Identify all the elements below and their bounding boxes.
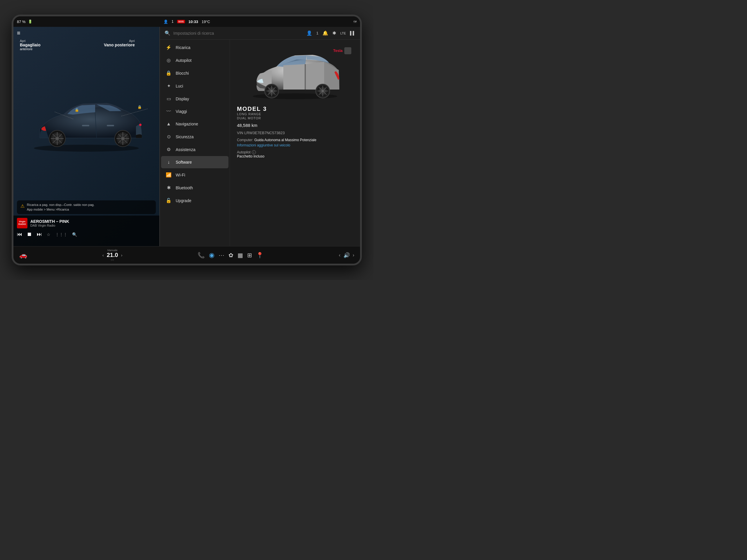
upgrade-label: Upgrade [176, 198, 191, 203]
menu-item-bluetooth[interactable]: ✱ Bluetooth [161, 181, 229, 194]
svg-text:🔓: 🔓 [75, 108, 79, 112]
assistenza-label: Assistenza [176, 147, 196, 152]
tesla-brand-logo: Tesla [333, 48, 342, 53]
vehicle-info-link[interactable]: Informazioni aggiuntive sul veicolo [237, 143, 353, 147]
vehicle-info-panel: Tesla MODEL 3 LONG RANGE DUAL MOTOR 48,5… [230, 40, 360, 246]
menu-item-wifi[interactable]: 📶 Wi-Fi [161, 168, 229, 181]
more-bottom-icon[interactable]: ⋯ [218, 252, 224, 259]
navigazione-label: Navigazione [176, 122, 198, 126]
autopilot-section-label: Autopilot [237, 150, 251, 154]
signal-header-icon: ▌▌ [350, 31, 355, 35]
annotation-bagagliaio[interactable]: Apri Bagagliaio anteriore [20, 39, 41, 51]
settings-search-input[interactable] [173, 31, 304, 35]
autopilot-icon: ◎ [166, 57, 172, 63]
menu-item-display[interactable]: ▭ Display [161, 92, 229, 105]
menu-item-software[interactable]: ↓ Software [161, 156, 229, 168]
volume-increase-button[interactable]: › [353, 252, 354, 258]
upgrade-icon: 🔓 [166, 198, 172, 203]
luci-icon: ✦ [166, 83, 172, 89]
autopilot-package-value: Pacchetto incluso [237, 154, 353, 158]
luci-label: Luci [176, 84, 183, 88]
bottom-bar: 🚗 ‹ Manuale 21.0 ○○ › 📞 ◉ ⋯ ✿ ▦ ⊞ 📍 ‹ 🔊 … [14, 246, 360, 264]
annotation-vano[interactable]: Apri Vano posteriore [104, 39, 135, 47]
volume-decrease-button[interactable]: ‹ [339, 252, 340, 258]
grid2-bottom-icon[interactable]: ⊞ [247, 252, 252, 259]
hvac-icons: ○○ [107, 259, 118, 261]
person-icon: 👤 [163, 20, 168, 24]
sicurezza-label: Sicurezza [176, 134, 194, 139]
vehicle-computer-label: Computer: Guida Autonoma al Massimo Pote… [237, 138, 353, 142]
bottom-right: ‹ 🔊 › [339, 252, 354, 259]
phone-bottom-icon[interactable]: 📞 [198, 252, 205, 259]
svg-rect-29 [305, 64, 306, 89]
computer-label-text: Computer: [237, 138, 253, 142]
temp-increase-button[interactable]: › [121, 253, 123, 258]
menu-item-ricarica[interactable]: ⚡ Ricarica [161, 41, 229, 54]
grid1-bottom-icon[interactable]: ▦ [237, 252, 243, 259]
person-count-header: 1 [316, 31, 318, 35]
svg-rect-3 [107, 125, 114, 126]
status-bar-right: 🗺 [353, 19, 357, 24]
menu-item-viaggi[interactable]: 〰 Viaggi [161, 105, 229, 117]
lte-header-icon: LTE [340, 31, 346, 35]
battery-percentage: 87 % [17, 20, 26, 24]
temperature-display: 19°C [202, 20, 210, 24]
time-display: 10:33 [188, 20, 198, 24]
menu-icon[interactable]: ≡ [17, 30, 20, 36]
menu-item-luci[interactable]: ✦ Luci [161, 80, 229, 92]
viaggi-icon: 〰 [166, 109, 172, 114]
warning-text: Ricarica a pag. non disp.–Contr. saldo n… [27, 203, 95, 212]
media-bottom-icon[interactable]: ◉ [209, 251, 214, 259]
blocchi-label: Blocchi [176, 71, 189, 76]
fan-bottom-icon[interactable]: ✿ [229, 252, 233, 259]
vin-label: VIN [237, 131, 243, 135]
vehicle-subtitle2: DUAL MOTOR [237, 116, 353, 120]
left-panel-top: ≡ [17, 30, 20, 36]
temp-decrease-button[interactable]: ‹ [102, 253, 104, 258]
favorite-button[interactable]: ☆ [47, 232, 50, 237]
equalizer-button[interactable]: ⋮⋮⋮ [55, 232, 68, 237]
charge-warning: ⚠ Ricarica a pag. non disp.–Contr. saldo… [17, 201, 156, 214]
maps-bottom-icon[interactable]: 📍 [256, 252, 263, 259]
map-icon: 🗺 [353, 20, 357, 24]
next-button[interactable]: ⏭ [37, 231, 42, 237]
temp-value: 21.0 [107, 252, 118, 259]
warning-line2: App mobile > Menu >Ricarica [27, 207, 95, 212]
menu-item-sicurezza[interactable]: ⊙ Sicurezza [161, 130, 229, 143]
vehicle-image-area: Tesla [236, 44, 354, 103]
prev-button[interactable]: ⏮ [17, 231, 22, 237]
menu-item-assistenza[interactable]: ⚙ Assistenza [161, 143, 229, 156]
vano-title: Vano posteriore [104, 43, 135, 47]
car-bottom-icon[interactable]: 🚗 [19, 251, 27, 259]
bluetooth-header-icon[interactable]: ✱ [332, 30, 336, 36]
svg-point-4 [139, 124, 141, 126]
bell-icon[interactable]: 🔔 [323, 30, 328, 36]
bluetooth-label: Bluetooth [176, 186, 193, 190]
small-square-indicator [344, 47, 351, 54]
vehicle-model: MODEL 3 [237, 106, 353, 112]
menu-item-blocchi[interactable]: 🔒 Blocchi [161, 67, 229, 79]
status-bar: 87 % 🔋 👤 1 SOS 10:33 19°C 🗺 [14, 16, 360, 27]
apri-label-2: Apri [104, 39, 135, 43]
vehicle-subtitle1: LONG RANGE [237, 112, 353, 116]
warning-icon: ⚠ [20, 203, 25, 209]
apri-label-1: Apri [20, 39, 41, 43]
person-header-icon[interactable]: 👤 [306, 30, 312, 36]
track-info: AEROSMITH – PINK DAB Virgin Radio [30, 219, 69, 227]
status-bar-center: 👤 1 SOS 10:33 19°C [163, 20, 210, 24]
search-icon: 🔍 [164, 30, 171, 36]
settings-body: ⚡ Ricarica ◎ Autopilot 🔒 Blocchi ✦ Luci [160, 40, 360, 246]
vehicle-odometer: 48,588 km [237, 123, 353, 128]
autopilot-label: Autopilot [176, 58, 191, 63]
status-bar-left: 87 % 🔋 [14, 20, 32, 24]
menu-item-autopilot[interactable]: ◎ Autopilot [161, 54, 229, 66]
temperature-control: Manuale 21.0 ○○ [107, 249, 118, 261]
search-media-button[interactable]: 🔍 [72, 232, 77, 237]
header-icons: 👤 1 🔔 ✱ LTE ▌▌ [306, 30, 355, 36]
menu-item-upgrade[interactable]: 🔓 Upgrade [161, 194, 229, 207]
software-label: Software [176, 160, 192, 164]
stop-button[interactable]: ⏹ [27, 231, 32, 237]
computer-value-text: Guida Autonoma al Massimo Potenziale [254, 138, 316, 142]
autopilot-info-icon[interactable]: i [252, 150, 256, 154]
menu-item-navigazione[interactable]: ▲ Navigazione [161, 118, 229, 130]
